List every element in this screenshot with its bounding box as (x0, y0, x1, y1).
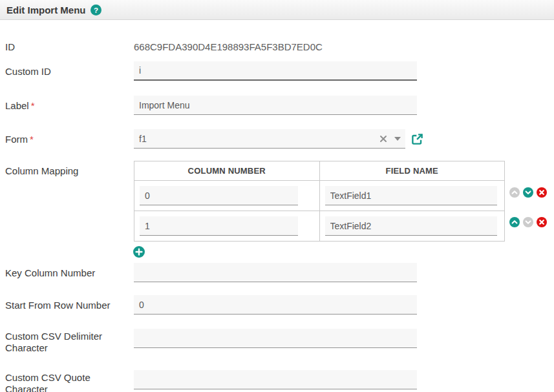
label-input[interactable] (134, 96, 417, 115)
mapping-row (134, 181, 505, 211)
move-down-icon[interactable] (523, 187, 533, 198)
form-label: Form* (5, 129, 134, 145)
id-value: 668C9FDA390D4E198893FA5F3BD7ED0C (134, 37, 323, 52)
delete-row-icon[interactable] (537, 187, 547, 198)
mapping-row (134, 211, 505, 242)
plus-circle-icon (133, 246, 145, 258)
id-label: ID (5, 37, 134, 53)
field-row-csv-delimiter: Custom CSV Delimiter Character (5, 329, 554, 354)
column-number-input-0[interactable] (140, 186, 298, 205)
column-number-input-1[interactable] (140, 216, 298, 236)
row-actions-1 (509, 217, 547, 227)
caret-down-icon[interactable] (394, 137, 401, 141)
field-row-custom-id: Custom ID (5, 61, 554, 81)
required-asterisk: * (30, 134, 34, 145)
csv-delimiter-label: Custom CSV Delimiter Character (5, 329, 134, 354)
delete-row-icon[interactable] (537, 217, 547, 227)
field-name-header: FIELD NAME (319, 161, 505, 181)
panel-header: Edit Import Menu ? (0, 0, 554, 20)
move-up-icon (509, 187, 520, 198)
column-number-header: COLUMN NUMBER (134, 161, 320, 181)
svg-text:?: ? (93, 6, 98, 14)
form-select[interactable]: f1 (134, 129, 405, 149)
key-column-label: Key Column Number (5, 263, 134, 279)
start-row-input[interactable] (134, 295, 417, 315)
row-actions-0 (509, 187, 547, 198)
key-column-input[interactable] (134, 263, 417, 282)
field-name-input-0[interactable] (325, 186, 498, 205)
csv-quote-input[interactable] (134, 370, 417, 389)
column-mapping-label: Column Mapping (5, 161, 134, 177)
help-icon[interactable]: ? (91, 5, 101, 15)
field-name-input-1[interactable] (325, 216, 498, 236)
field-row-id: ID 668C9FDA390D4E198893FA5F3BD7ED0C (5, 37, 554, 53)
external-link-icon[interactable] (411, 133, 423, 145)
edit-import-menu-form: ID 668C9FDA390D4E198893FA5F3BD7ED0C Cust… (0, 37, 554, 392)
field-row-column-mapping: Column Mapping COLUMN NUMBER FIELD NAME (5, 161, 554, 258)
field-row-label: Label* (5, 96, 554, 115)
column-mapping-grid: COLUMN NUMBER FIELD NAME (134, 161, 505, 258)
field-row-start-row: Start From Row Number (5, 295, 554, 315)
start-row-label: Start From Row Number (5, 295, 134, 311)
form-select-value: f1 (139, 134, 147, 144)
move-down-icon (523, 217, 533, 227)
csv-delimiter-input[interactable] (134, 329, 417, 348)
field-row-csv-quote: Custom CSV Quote Character (5, 370, 554, 392)
page-title: Edit Import Menu (6, 5, 86, 15)
add-row-button[interactable] (133, 246, 145, 258)
move-up-icon[interactable] (509, 217, 520, 227)
clear-icon[interactable] (379, 135, 387, 143)
label-label: Label* (5, 96, 134, 112)
required-asterisk: * (31, 100, 35, 111)
csv-quote-label: Custom CSV Quote Character (5, 370, 134, 392)
field-row-form: Form* f1 (5, 129, 554, 149)
custom-id-label: Custom ID (5, 61, 134, 77)
field-row-key-column: Key Column Number (5, 263, 554, 282)
custom-id-input[interactable] (134, 61, 417, 81)
